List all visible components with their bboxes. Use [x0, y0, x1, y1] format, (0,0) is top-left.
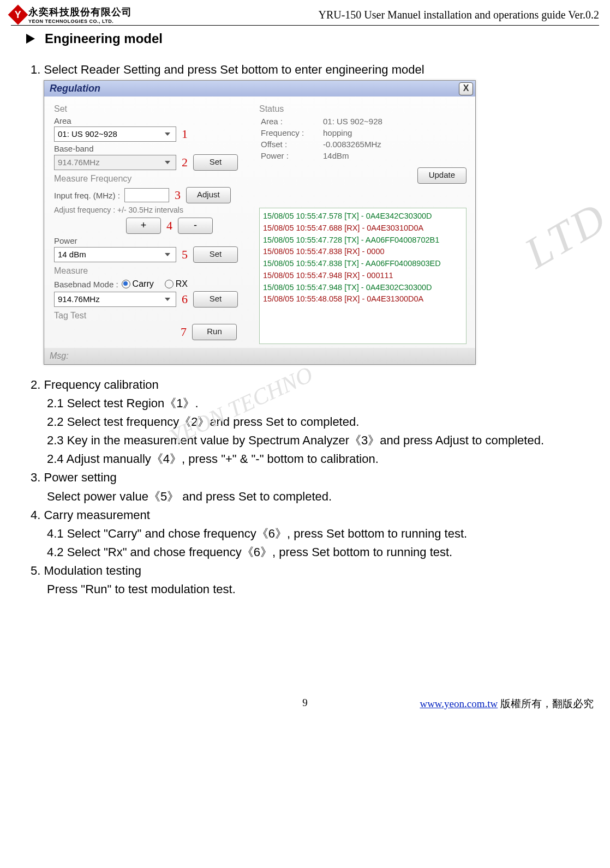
chevron-down-icon: [163, 251, 172, 258]
instruction-2-2: 2.2 Select test frequency《2》and press Se…: [47, 413, 599, 431]
adjust-button[interactable]: Adjust: [186, 187, 231, 203]
power-combo[interactable]: 14 dBm: [54, 247, 176, 262]
carry-radio[interactable]: [122, 280, 130, 288]
window-titlebar: Regulation X: [44, 81, 475, 97]
log-line: 15/08/05 10:55:47.838 [TX] - AA06FF04008…: [263, 258, 463, 270]
run-button[interactable]: Run: [192, 324, 237, 340]
status-group-label: Status: [259, 104, 467, 114]
regulation-window: Regulation X Set Area 01: US 902~928 1 B…: [44, 80, 476, 365]
chevron-right-icon: [26, 34, 35, 44]
page-number: 9: [302, 697, 308, 709]
set-power-button[interactable]: Set: [193, 246, 238, 263]
baseband-combo[interactable]: 914.76MHz: [54, 155, 176, 170]
baseband-label: Base-band: [54, 144, 250, 153]
instruction-2-4: 2.4 Adjust manually《4》, press "+" & "-" …: [47, 450, 599, 468]
annotation-3: 3: [175, 188, 181, 202]
annotation-2: 2: [182, 155, 188, 170]
instruction-4-1: 4.1 Select "Carry" and chose frequency《6…: [47, 525, 599, 543]
instruction-4: 4. Carry measurement: [31, 506, 599, 525]
status-table: Area :01: US 902~928 Frequency :hopping …: [259, 115, 384, 162]
annotation-1: 1: [182, 127, 188, 141]
measure-label: Measure: [54, 266, 250, 276]
chevron-down-icon: [163, 296, 172, 303]
chevron-down-icon: [163, 159, 172, 166]
company-name-cn: 永奕科技股份有限公司: [28, 5, 132, 19]
instruction-2-3: 2.3 Key in the measurement value by Spec…: [47, 431, 599, 450]
footer-copyright: 版權所有，翻版必究: [498, 698, 594, 709]
area-combo[interactable]: 01: US 902~928: [54, 126, 176, 142]
set-group-label: Set: [54, 104, 250, 114]
log-line: 15/08/05 10:55:48.058 [RX] - 0A4E31300D0…: [263, 293, 463, 305]
instruction-2: 2. Frequency calibration: [31, 376, 599, 394]
company-name-en: YEON TECHNOLOGIES CO., LTD.: [28, 19, 132, 24]
instruction-3: 3. Power setting: [31, 468, 599, 487]
instruction-5-sub: Press "Run" to test modulation test.: [47, 580, 599, 599]
area-label: Area: [54, 116, 250, 125]
chevron-down-icon: [163, 131, 172, 137]
set-baseband-button[interactable]: Set: [193, 154, 238, 171]
measure-freq-label: Measure Frequency: [54, 174, 250, 184]
close-button[interactable]: X: [459, 82, 473, 95]
log-line: 15/08/05 10:55:47.948 [TX] - 0A4E302C303…: [263, 282, 463, 294]
input-freq-field[interactable]: [124, 188, 169, 202]
msg-bar: Msg:: [44, 348, 475, 364]
adjust-note: Adjust frequency : +/- 30.5Hz intervals: [54, 206, 250, 214]
carry-radio-label: Carry: [133, 279, 154, 289]
instruction-3-sub: Select power value《5》 and press Set to c…: [47, 487, 599, 506]
instruction-4-2: 4.2 Select "Rx" and chose frequency《6》, …: [47, 543, 599, 562]
set-measure-button[interactable]: Set: [193, 291, 238, 308]
annotation-5: 5: [182, 248, 188, 262]
logo-diamond-icon: Y: [8, 5, 28, 25]
log-line: 15/08/05 10:55:47.688 [RX] - 0A4E30310D0…: [263, 222, 463, 234]
measure-combo[interactable]: 914.76MHz: [54, 292, 176, 307]
instruction-step-1: 1. Select Reader Setting and press Set b…: [31, 63, 599, 77]
rx-radio-label: RX: [176, 279, 188, 289]
annotation-6: 6: [182, 292, 188, 306]
document-title: YRU-150 User Manuel installation and ope…: [318, 9, 599, 21]
section-heading: Engineering model: [29, 31, 599, 46]
log-line: 15/08/05 10:55:47.578 [TX] - 0A4E342C303…: [263, 210, 463, 222]
annotation-4: 4: [166, 219, 172, 233]
watermark: LTD.: [516, 186, 610, 278]
update-button[interactable]: Update: [417, 167, 467, 184]
instruction-2-1: 2.1 Select test Region《1》.: [47, 394, 599, 413]
input-freq-label: Input freq. (MHz) :: [54, 191, 120, 200]
freq-plus-button[interactable]: +: [126, 218, 161, 234]
log-line: 15/08/05 10:55:47.838 [RX] - 0000: [263, 246, 463, 258]
annotation-7: 7: [181, 325, 187, 339]
company-logo: Y 永奕科技股份有限公司 YEON TECHNOLOGIES CO., LTD.: [11, 5, 132, 24]
freq-minus-button[interactable]: -: [178, 218, 213, 234]
rx-radio[interactable]: [165, 280, 174, 288]
log-line: 15/08/05 10:55:47.728 [TX] - AA06FF04008…: [263, 234, 463, 246]
power-label: Power: [54, 236, 250, 245]
log-output: 15/08/05 10:55:47.578 [TX] - 0A4E342C303…: [259, 208, 467, 344]
footer-link[interactable]: www.yeon.com.tw: [420, 698, 498, 709]
instructions-block: 2. Frequency calibration 2.1 Select test…: [31, 376, 599, 599]
baseband-mode-label: Basebnad Mode :: [54, 280, 118, 289]
tag-test-label: Tag Test: [54, 311, 250, 321]
log-line: 15/08/05 10:55:47.948 [RX] - 000111: [263, 270, 463, 282]
instruction-5: 5. Modulation testing: [31, 562, 599, 580]
